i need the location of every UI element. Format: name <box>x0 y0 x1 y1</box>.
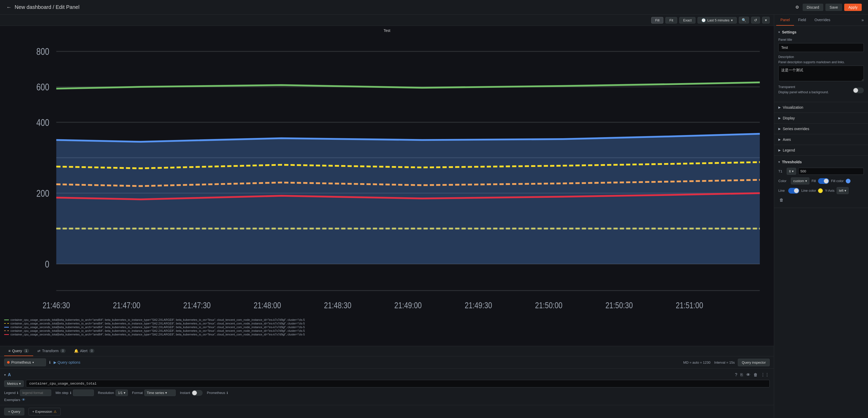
tab-alert[interactable]: 🔔 Alert 0 <box>70 346 99 356</box>
axes-caret-icon: ▶ <box>778 138 781 141</box>
exemplars-eye-icon[interactable]: 👁 <box>22 398 25 402</box>
fit-button[interactable]: Fit <box>665 17 677 24</box>
fill-button[interactable]: Fill <box>651 17 663 24</box>
svg-text:21:49:00: 21:49:00 <box>394 300 422 310</box>
transparent-label: Transparent <box>778 85 829 89</box>
main-layout: Fill Fit Exact 🕐 Last 5 minutes ▾ 🔍 ↺ ▾ … <box>0 14 868 418</box>
transparent-toggle[interactable] <box>853 88 864 93</box>
time-range-button[interactable]: 🕐 Last 5 minutes ▾ <box>698 17 737 24</box>
legend-color-blue <box>4 327 9 328</box>
svg-text:600: 600 <box>36 82 49 93</box>
datasource-chevron-icon: ▾ <box>32 361 34 364</box>
legend-input[interactable] <box>20 389 51 396</box>
query-collapse-icon[interactable]: ▾ <box>4 373 6 377</box>
right-panel-collapse-button[interactable]: » <box>859 16 866 25</box>
series-overrides-header[interactable]: ▶ Series overrides <box>774 124 868 134</box>
legend-section: ▶ Legend <box>774 145 868 156</box>
axes-title: Axes <box>783 137 791 141</box>
datasource-select[interactable]: Prometheus ▾ <box>4 358 46 366</box>
resolution-value: 1/1 <box>118 391 123 395</box>
tab-query[interactable]: ≡ Query 1 <box>4 346 33 356</box>
axes-header[interactable]: ▶ Axes <box>774 134 868 145</box>
panel-title-input[interactable] <box>778 43 864 52</box>
legend-color-orange <box>4 330 9 331</box>
more-button[interactable]: ▾ <box>762 17 770 24</box>
info-icon[interactable]: ℹ <box>49 360 51 364</box>
prometheus-group: Prometheus ℹ <box>207 391 228 395</box>
exact-button[interactable]: Exact <box>679 17 696 24</box>
metrics-select[interactable]: Metrics ▾ <box>4 380 24 387</box>
legend-text-4: container_cpu_usage_seconds_total{beta_k… <box>10 329 305 332</box>
datasource-row: Prometheus ▾ ℹ ▶ Query options MD = auto… <box>0 356 774 368</box>
help-icon[interactable]: ? <box>735 372 738 378</box>
display-caret-icon: ▶ <box>778 116 781 120</box>
query-panel: ≡ Query 1 ⇄ Transform 0 🔔 Alert 0 <box>0 346 774 418</box>
query-inspector-button[interactable]: Query inspector <box>738 359 770 366</box>
save-button[interactable]: Save <box>826 4 842 11</box>
tab-overrides[interactable]: Overrides <box>810 14 835 26</box>
list-item: container_cpu_usage_seconds_total{beta_k… <box>4 318 770 321</box>
legend-color-yellow <box>4 323 9 324</box>
thresholds-caret-icon: ▾ <box>778 160 780 164</box>
format-value: Time series <box>147 391 164 395</box>
add-expression-button[interactable]: + Expression ⚠ <box>29 408 61 415</box>
fill-color-dot[interactable] <box>846 179 850 183</box>
legend-caret-icon: ▶ <box>778 149 781 152</box>
line-label: Line <box>778 189 786 193</box>
delete-query-icon[interactable]: 🗑 <box>753 372 758 378</box>
time-chevron-icon: ▾ <box>731 18 733 22</box>
y-axis-select[interactable]: left ▾ <box>837 187 849 194</box>
refresh-button[interactable]: ↺ <box>751 17 760 24</box>
svg-text:21:51:00: 21:51:00 <box>676 300 703 310</box>
metrics-input[interactable] <box>26 380 770 387</box>
apply-button[interactable]: Apply <box>844 4 862 11</box>
search-button[interactable]: 🔍 <box>739 17 749 24</box>
threshold-value-input[interactable] <box>798 168 864 175</box>
svg-text:0: 0 <box>45 259 49 269</box>
color-select[interactable]: custom ▾ <box>791 178 809 185</box>
threshold-op-select[interactable]: lt ▾ <box>787 168 796 175</box>
tab-transform[interactable]: ⇄ Transform 0 <box>33 346 70 356</box>
line-color-dot[interactable] <box>818 188 823 193</box>
transform-tab-badge: 0 <box>60 349 66 353</box>
thresholds-header[interactable]: ▾ Thresholds <box>778 160 864 164</box>
svg-text:21:47:00: 21:47:00 <box>113 300 141 310</box>
min-step-input[interactable] <box>73 389 94 396</box>
thresholds-section: ▾ Thresholds T1 lt ▾ Color custom ▾ Fil <box>774 156 868 208</box>
query-options-button[interactable]: ▶ Query options <box>54 360 80 364</box>
hide-icon[interactable]: 👁 <box>746 372 751 378</box>
series-overrides-section: ▶ Series overrides <box>774 124 868 134</box>
visualization-header[interactable]: ▶ Visualization <box>774 102 868 112</box>
back-button[interactable]: ← <box>6 4 11 10</box>
alert-tab-badge: 0 <box>89 349 95 353</box>
instant-toggle[interactable] <box>192 390 203 396</box>
threshold-t1-label: T1 <box>778 169 784 173</box>
description-textarea[interactable]: 这是一个测试 <box>778 66 864 81</box>
tab-panel[interactable]: Panel <box>776 14 794 26</box>
prometheus-info-icon: ℹ <box>227 391 228 395</box>
query-options-chevron-icon: ▶ <box>54 360 57 364</box>
svg-text:400: 400 <box>36 117 49 128</box>
tab-field[interactable]: Field <box>794 14 810 26</box>
resolution-select[interactable]: 1/1 ▾ <box>116 389 128 396</box>
settings-header[interactable]: ▾ Settings <box>778 30 864 34</box>
settings-button[interactable]: ⚙ <box>794 3 801 11</box>
svg-text:21:47:30: 21:47:30 <box>183 300 211 310</box>
series-overrides-caret-icon: ▶ <box>778 127 781 131</box>
line-toggle[interactable] <box>788 188 799 194</box>
min-step-info-icon: ℹ <box>70 391 71 395</box>
legend-header[interactable]: ▶ Legend <box>774 145 868 155</box>
drag-icon[interactable]: ⋮⋮ <box>760 372 770 378</box>
legend-info-icon: ℹ <box>17 391 18 395</box>
fill-toggle[interactable] <box>818 178 829 184</box>
threshold-delete-button[interactable]: 🗑 <box>778 197 864 203</box>
display-header[interactable]: ▶ Display <box>774 113 868 123</box>
y-axis-chevron-icon: ▾ <box>844 189 846 193</box>
format-select[interactable]: Time series ▾ <box>144 389 176 396</box>
md-info: MD = auto = 1230 Interval = 15s <box>683 360 735 364</box>
refresh-icon: ↺ <box>754 18 757 22</box>
axes-section: ▶ Axes <box>774 134 868 145</box>
add-query-button[interactable]: + Query <box>4 408 24 415</box>
discard-button[interactable]: Discard <box>803 4 823 11</box>
copy-icon[interactable]: ⎘ <box>740 372 744 378</box>
